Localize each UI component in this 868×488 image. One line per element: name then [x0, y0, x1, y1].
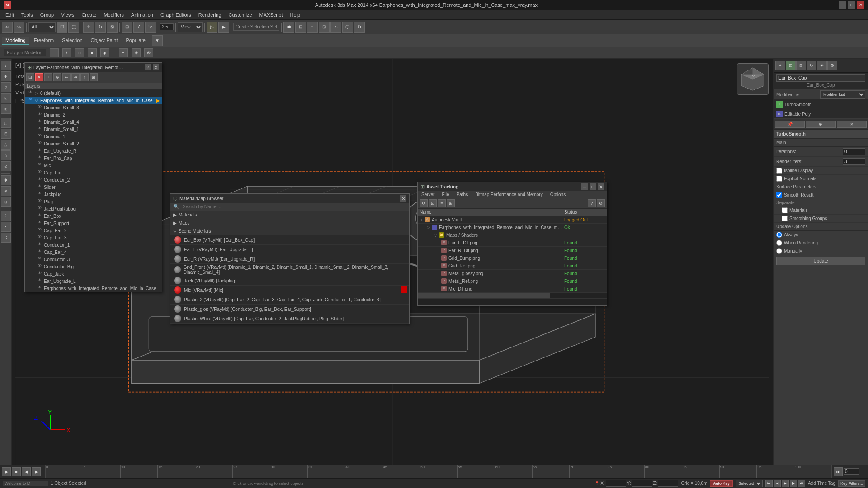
rtab-modify[interactable]: ⊡ [786, 61, 796, 70]
layer-item-cap-ear[interactable]: 👁 Cap_Ear [25, 169, 162, 176]
rotate-button[interactable]: ↻ [95, 22, 106, 33]
layer-expand-0[interactable]: ▷ [35, 91, 40, 95]
layer-item-conductor-label[interactable]: 👁 Earphones_with_Integrated_Remote_and_M… [25, 285, 162, 292]
manually-radio-input[interactable] [776, 248, 782, 254]
remove-modifier-btn[interactable]: ✕ [837, 121, 867, 128]
layer-item-ear-support[interactable]: 👁 Ear_Support [25, 220, 162, 227]
layer-vis-cond1[interactable]: 👁 [36, 242, 43, 248]
layer-vis-ce3[interactable]: 👁 [36, 235, 43, 241]
reference-coord-input[interactable] [160, 23, 174, 30]
smooth-result-check[interactable] [776, 192, 782, 198]
mat-row-plastic-2[interactable]: Plastic_2 (VRayMtl) [Cap_Ear_2, Cap_Ear_… [170, 295, 409, 305]
layers-tb-3[interactable]: + [44, 73, 52, 81]
layer-item-ear-box[interactable]: 👁 Ear_Box [25, 212, 162, 220]
layer-expand-earphones[interactable]: ▽ [35, 98, 40, 103]
mat-section-scene[interactable]: ▽ Scene Materials [170, 227, 409, 235]
layers-panel-close-btn[interactable]: ✕ [153, 64, 159, 70]
render-iters-input[interactable] [843, 158, 865, 165]
menu-group[interactable]: Group [37, 11, 58, 19]
select-region-button[interactable]: ⬚ [68, 22, 79, 33]
coord-z-input[interactable] [658, 480, 678, 487]
layer-item-mic[interactable]: 👁 Mic [25, 162, 162, 169]
materials-checkbox[interactable]: Materials [774, 206, 868, 215]
asset-tb-3[interactable]: ≡ [438, 199, 446, 207]
layer-vis-ce4[interactable]: 👁 [36, 249, 43, 255]
asset-row-metal-ref[interactable]: P Metal_Ref.png Found [418, 277, 607, 285]
menu-tools[interactable]: Tools [18, 11, 37, 19]
object-name-field[interactable]: Ear_Box_Cap [774, 73, 868, 89]
layer-item-jackplug[interactable]: 👁 Jackplug [25, 191, 162, 198]
play-btn[interactable]: ▶ [2, 467, 11, 476]
asset-menu-bitmap[interactable]: Bitmap Performance and Memory [472, 191, 547, 198]
selection-filter-dropdown[interactable]: All [28, 22, 56, 32]
layers-tb-5[interactable]: ⇤ [62, 73, 71, 81]
pm-element-btn[interactable]: ◈ [100, 48, 109, 57]
modifier-list-dropdown[interactable]: Modifier List [820, 90, 865, 99]
left-tool-7[interactable]: ⊟ [1, 129, 11, 139]
make-unique-btn[interactable]: ⊕ [806, 121, 835, 128]
set-key-dropdown[interactable]: Selected [736, 480, 763, 487]
tab-freeform[interactable]: Freeform [30, 37, 58, 45]
menu-help[interactable]: Help [287, 11, 304, 19]
manually-radio[interactable]: Manually [774, 247, 868, 255]
tab-object-paint[interactable]: Object Paint [87, 37, 122, 45]
left-tool-5[interactable]: ⊞ [1, 104, 11, 114]
left-tool-12[interactable]: ⊕ [1, 186, 11, 196]
layer-item-conductor-big[interactable]: 👁 Conductor_Big [25, 263, 162, 270]
asset-panel-header[interactable]: ⊞ Asset Tracking ─ □ ✕ [418, 182, 607, 191]
schematic-view-button[interactable]: ⊡ [319, 22, 330, 33]
left-tool-2[interactable]: ✚ [1, 71, 11, 81]
layer-item-jackplug-rubber[interactable]: 👁 JackPlugRubber [25, 205, 162, 212]
layer-vis-es[interactable]: 👁 [36, 220, 43, 226]
object-name-input[interactable] [776, 74, 865, 82]
layer-item-conductor-2[interactable]: 👁 Conductor_2 [25, 176, 162, 183]
layer-vis-ds2[interactable]: 👁 [36, 141, 43, 147]
left-tool-8[interactable]: △ [1, 140, 11, 150]
left-tool-6[interactable]: ⬚ [1, 118, 11, 128]
asset-row-grid-bump[interactable]: P Grid_Bump.png Found [418, 254, 607, 262]
layer-item-dinamic-1[interactable]: 👁 Dinamic_1 [25, 133, 162, 140]
layer-item-cap-ear-4[interactable]: 👁 Cap_Ear_4 [25, 249, 162, 256]
layer-vis-cb[interactable]: 👁 [36, 263, 43, 270]
layer-vis-d1[interactable]: 👁 [36, 133, 43, 140]
menu-animation[interactable]: Animation [127, 11, 157, 19]
layer-vis-ds3[interactable]: 👁 [36, 104, 43, 111]
asset-row-vault[interactable]: ▷ A Autodesk Vault Logged Out ... [418, 216, 607, 224]
left-tool-3[interactable]: ↻ [1, 82, 11, 92]
smoothing-groups-check[interactable] [782, 216, 788, 221]
render-setup-button[interactable]: ⚙ [354, 22, 365, 33]
material-panel-header[interactable]: ⬡ Material/Map Browser ✕ [170, 194, 409, 203]
left-tool-11[interactable]: ✱ [1, 175, 11, 185]
mat-section-maps[interactable]: ▶ Maps [170, 219, 409, 227]
pm-vertex-btn[interactable]: · [50, 48, 59, 57]
asset-row-main-file[interactable]: ▷ F Earphones_with_Integrated_Remote_and… [418, 224, 607, 231]
layer-vis-eur[interactable]: 👁 [36, 148, 43, 154]
window-controls[interactable]: ─ □ ✕ [839, 1, 864, 9]
mat-row-mic[interactable]: Mic (VRayMtl) [Mic] [170, 286, 409, 295]
menu-create[interactable]: Create [78, 11, 100, 19]
tab-populate[interactable]: Populate [122, 37, 149, 45]
mat-row-plastic-glos[interactable]: Plastic_glos (VRayMtl) [Conductor_Big, E… [170, 305, 409, 314]
asset-expand-file[interactable]: ▷ [427, 225, 430, 230]
view-cube[interactable]: Top [737, 63, 769, 95]
mat-row-plastic-white[interactable]: Plastic_White (VRayMtl) [Cap_Ear, Conduc… [170, 314, 409, 324]
layer-item-dinamic-small-1[interactable]: 👁 Dinamic_Small_1 [25, 126, 162, 133]
menu-modifiers[interactable]: Modifiers [100, 11, 127, 19]
layer-vis-ds4[interactable]: 👁 [36, 119, 43, 125]
asset-row-metal-glossy[interactable]: P Metal_glossy.png Found [418, 270, 607, 277]
layers-tb-7[interactable]: ↑ [80, 73, 89, 81]
smooth-result-checkbox[interactable]: Smooth Result [774, 191, 868, 199]
menu-views[interactable]: Views [57, 11, 78, 19]
asset-panel-maximize-btn[interactable]: □ [590, 183, 596, 190]
layer-vis-eb[interactable]: 👁 [36, 213, 43, 219]
modifier-turbosmooth[interactable]: T TurboSmooth [774, 100, 868, 109]
layer-vis-cond-label[interactable]: 👁 [36, 285, 43, 291]
layer-item-dinamic-small-4[interactable]: 👁 Dinamic_Small_4 [25, 118, 162, 126]
menu-graph-editors[interactable]: Graph Editors [157, 11, 195, 19]
layer-item-conductor-3[interactable]: 👁 Conductor_3 [25, 256, 162, 263]
layers-tb-6[interactable]: ⇥ [71, 73, 80, 81]
when-rendering-radio[interactable]: When Rendering [774, 239, 868, 247]
create-selection-set[interactable]: Create Selection Set [233, 23, 279, 31]
layer-vis-ebc[interactable]: 👁 [36, 155, 43, 161]
layer-vis-eul[interactable]: 👁 [36, 278, 43, 284]
